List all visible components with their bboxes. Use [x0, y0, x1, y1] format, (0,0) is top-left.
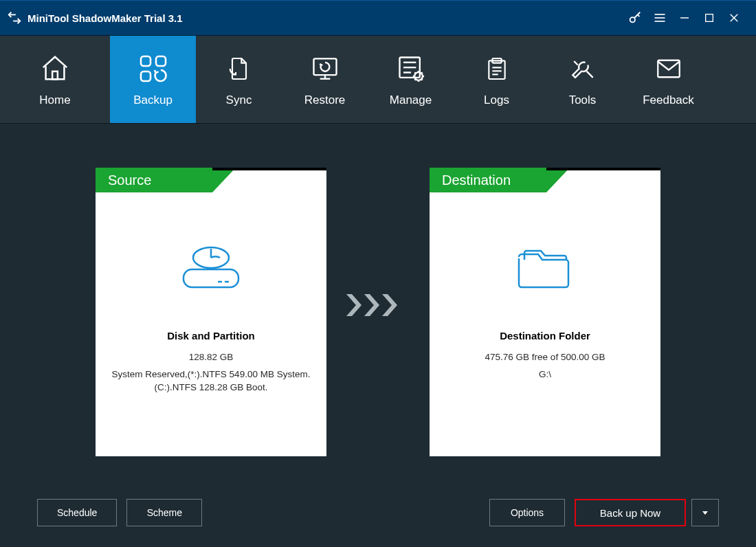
source-title: Disk and Partition — [108, 330, 314, 342]
svg-rect-10 — [156, 56, 166, 66]
destination-panel[interactable]: Destination Destination Folder 475.76 GB… — [430, 168, 660, 456]
svg-point-0 — [630, 17, 635, 22]
key-icon[interactable] — [623, 5, 647, 30]
svg-rect-12 — [313, 58, 336, 75]
nav-feedback-label: Feedback — [643, 93, 694, 107]
nav-manage-label: Manage — [390, 93, 432, 107]
nav-home[interactable]: Home — [0, 36, 110, 123]
source-panel[interactable]: Source Disk and Partition 128.82 GB Syst… — [96, 168, 326, 456]
nav-home-label: Home — [39, 93, 70, 107]
destination-panel-header: Destination — [430, 168, 660, 192]
svg-marker-30 — [346, 294, 362, 316]
logs-icon — [483, 52, 511, 85]
nav-restore[interactable]: Restore — [282, 36, 368, 123]
svg-rect-25 — [658, 60, 680, 77]
titlebar: MiniTool ShadowMaker Trial 3.1 — [0, 0, 756, 36]
schedule-button[interactable]: Schedule — [37, 499, 117, 526]
app-logo-icon — [7, 10, 22, 25]
main-nav: Home Backup Sync Restore Manage — [0, 36, 756, 124]
close-button[interactable] — [722, 5, 746, 30]
svg-rect-8 — [52, 71, 58, 78]
tools-icon — [568, 52, 598, 85]
nav-logs[interactable]: Logs — [454, 36, 540, 123]
content-area: Source Disk and Partition 128.82 GB Syst… — [0, 124, 756, 547]
svg-marker-32 — [382, 294, 397, 316]
svg-rect-5 — [706, 14, 713, 22]
nav-sync[interactable]: Sync — [196, 36, 282, 123]
maximize-button[interactable] — [697, 5, 722, 30]
source-panel-header: Source — [96, 168, 326, 192]
folder-icon — [442, 234, 648, 302]
nav-sync-label: Sync — [226, 93, 252, 107]
destination-path: G:\ — [442, 368, 648, 381]
manage-icon — [396, 52, 426, 85]
nav-manage[interactable]: Manage — [368, 36, 454, 123]
restore-icon — [310, 52, 340, 85]
minimize-button[interactable] — [672, 5, 697, 30]
home-icon — [39, 52, 71, 85]
nav-feedback[interactable]: Feedback — [625, 36, 711, 123]
destination-header-label: Destination — [430, 168, 546, 192]
scheme-button[interactable]: Scheme — [126, 499, 202, 526]
backup-dropdown-button[interactable] — [691, 499, 719, 526]
source-header-label: Source — [96, 168, 212, 192]
nav-tools-label: Tools — [569, 93, 597, 107]
options-button[interactable]: Options — [489, 499, 565, 526]
backup-now-button[interactable]: Back up Now — [575, 499, 686, 526]
svg-point-19 — [414, 72, 423, 80]
destination-title: Destination Folder — [442, 330, 648, 342]
source-size: 128.82 GB — [108, 351, 314, 364]
footer-toolbar: Schedule Scheme Options Back up Now — [0, 499, 756, 526]
sync-icon — [225, 52, 253, 85]
destination-free: 475.76 GB free of 500.00 GB — [442, 351, 648, 364]
nav-backup-label: Backup — [133, 93, 173, 107]
svg-rect-9 — [141, 56, 151, 66]
disk-icon — [108, 234, 314, 302]
app-title: MiniTool ShadowMaker Trial 3.1 — [27, 12, 183, 24]
svg-marker-33 — [702, 511, 708, 515]
svg-rect-26 — [184, 269, 238, 287]
source-details: System Reserved,(*:).NTFS 549.00 MB Syst… — [108, 368, 314, 394]
backup-icon — [137, 52, 170, 85]
nav-restore-label: Restore — [304, 93, 346, 107]
svg-marker-31 — [364, 294, 379, 316]
menu-icon[interactable] — [647, 5, 672, 30]
nav-logs-label: Logs — [484, 93, 509, 107]
nav-backup[interactable]: Backup — [110, 36, 196, 123]
svg-rect-11 — [141, 71, 151, 81]
nav-tools[interactable]: Tools — [540, 36, 625, 123]
direction-arrows-icon — [340, 291, 416, 319]
feedback-icon — [654, 52, 683, 85]
